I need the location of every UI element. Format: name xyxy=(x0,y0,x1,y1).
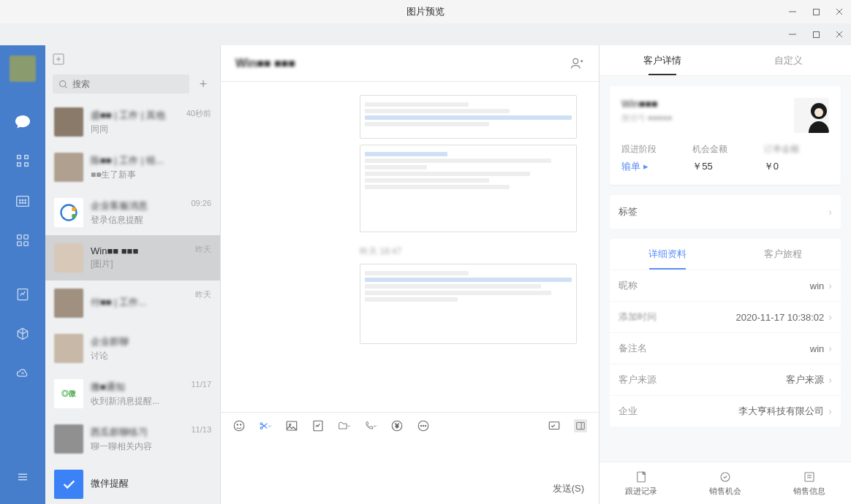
svg-point-15 xyxy=(25,199,26,200)
quickreply-icon[interactable] xyxy=(548,419,561,432)
svg-rect-21 xyxy=(18,242,22,246)
chat-sidebar: + 盛■■ | 工作 | 其他同同40秒前陈■■ | 工作 | 组...■■生了… xyxy=(45,45,221,504)
contacts-icon[interactable] xyxy=(13,152,32,171)
chat-item[interactable]: 企业群聊讨论 xyxy=(45,326,220,371)
add-button[interactable]: + xyxy=(194,75,213,93)
scissors-icon[interactable] xyxy=(259,419,272,432)
svg-rect-10 xyxy=(18,163,21,167)
detail-row[interactable]: 客户来源客户来源 › xyxy=(610,364,841,395)
chat-item[interactable]: Win■■ ■■■[图片]昨天 xyxy=(45,235,220,280)
chat-icon[interactable] xyxy=(13,112,32,131)
svg-point-13 xyxy=(20,199,20,200)
input-toolbar: ¥ xyxy=(221,412,599,438)
search-input[interactable] xyxy=(72,79,184,89)
stage-link[interactable]: 输单 ▸ xyxy=(621,160,687,173)
svg-point-46 xyxy=(290,424,291,425)
customer-card: Win■■■ 微信号 ■■■■■ 跟进阶段 输单 ▸ 机会金额 ￥55 订单金额… xyxy=(610,86,841,185)
chat-title: Win■■ ■■■ xyxy=(235,57,295,70)
message-input[interactable]: 发送(S) xyxy=(221,438,599,504)
add-member-icon[interactable] xyxy=(570,56,584,71)
file-icon[interactable] xyxy=(311,419,325,432)
message-image[interactable] xyxy=(360,145,577,232)
note-icon xyxy=(635,470,648,484)
svg-point-38 xyxy=(234,421,244,431)
inner-window-controls xyxy=(0,23,851,45)
detail-row[interactable]: 备注名win › xyxy=(610,332,841,364)
money-icon[interactable]: ¥ xyxy=(390,419,404,432)
message-image[interactable] xyxy=(360,95,577,139)
window-title: 图片预览 xyxy=(406,5,445,18)
svg-text:¥: ¥ xyxy=(395,423,399,429)
message-image[interactable] xyxy=(360,264,577,344)
bottom-followup[interactable]: 跟进记录 xyxy=(600,462,684,504)
detail-row[interactable]: 昵称win › xyxy=(610,270,841,301)
subtab-journey[interactable]: 客户旅程 xyxy=(725,239,841,270)
chat-item[interactable]: 付■■ | 工作...昨天 xyxy=(45,280,220,326)
tab-custom[interactable]: 自定义 xyxy=(725,45,851,75)
cube-icon[interactable] xyxy=(13,324,32,343)
message-area[interactable]: 昨天 18:47 xyxy=(221,82,599,412)
svg-rect-22 xyxy=(24,242,29,246)
image-icon[interactable] xyxy=(285,419,298,432)
cloud-icon[interactable] xyxy=(13,364,32,383)
menu-icon[interactable] xyxy=(13,467,32,486)
panel-bottom-nav: 跟进记录 销售机会 销售信息 xyxy=(600,462,851,504)
stat-order: 订单金额 ￥0 xyxy=(764,143,829,173)
detail-row[interactable]: 添加时间2020-11-17 10:38:02 › xyxy=(610,301,841,332)
chat-item[interactable]: 企业客服消息登录信息提醒09:26 xyxy=(45,190,220,235)
calendar-icon[interactable] xyxy=(13,191,32,210)
detail-row[interactable]: 企业李大亨科技有限公司 › xyxy=(610,395,841,427)
timestamp-label: 昨天 18:47 xyxy=(360,245,577,258)
minimize-icon[interactable] xyxy=(781,23,804,45)
tab-customer-detail[interactable]: 客户详情 xyxy=(600,45,725,75)
bottom-sales[interactable]: 销售信息 xyxy=(767,462,851,504)
bottom-opportunity[interactable]: 销售机会 xyxy=(684,462,768,504)
panel-toggle-icon[interactable] xyxy=(574,419,587,432)
chat-header: Win■■ ■■■ xyxy=(221,45,599,82)
svg-rect-8 xyxy=(18,156,21,159)
sales-icon xyxy=(803,470,816,484)
svg-point-16 xyxy=(20,202,20,203)
customer-panel: 客户详情 自定义 Win■■■ 微信号 ■■■■■ 跟进阶段 输单 ▸ 机会金额… xyxy=(600,45,851,504)
labels-row[interactable]: 标签 › xyxy=(610,195,841,229)
emoji-icon[interactable] xyxy=(232,419,246,432)
my-avatar[interactable] xyxy=(10,56,36,82)
svg-line-31 xyxy=(65,85,67,87)
svg-rect-62 xyxy=(805,473,814,481)
close-icon[interactable] xyxy=(828,23,851,45)
chat-item[interactable]: 盛■■ | 工作 | 其他同同40秒前 xyxy=(45,99,220,145)
svg-point-35 xyxy=(573,58,578,64)
apps-icon[interactable] xyxy=(13,231,32,250)
chat-item[interactable]: 陈■■ | 工作 | 组...■■生了新事 xyxy=(45,145,220,190)
customer-avatar xyxy=(794,98,829,133)
chat-item[interactable]: ◎微微■通知收到新消息提醒...11/17 xyxy=(45,371,220,416)
maximize-icon[interactable] xyxy=(804,0,828,23)
doc-icon[interactable] xyxy=(13,285,32,304)
subtab-details[interactable]: 详细资料 xyxy=(610,239,725,270)
chevron-right-icon: › xyxy=(828,206,832,218)
svg-point-51 xyxy=(420,425,421,426)
svg-point-14 xyxy=(22,199,23,200)
maximize-icon[interactable] xyxy=(804,23,828,45)
svg-point-53 xyxy=(425,425,426,426)
send-button[interactable]: 发送(S) xyxy=(553,482,584,495)
chat-list: 盛■■ | 工作 | 其他同同40秒前陈■■ | 工作 | 组...■■生了新事… xyxy=(45,99,220,504)
svg-point-42 xyxy=(260,427,262,429)
detail-list: 昵称win ›添加时间2020-11-17 10:38:02 ›备注名win ›… xyxy=(610,270,841,427)
left-nav xyxy=(0,45,45,504)
more-icon[interactable] xyxy=(417,419,430,432)
phone-icon[interactable] xyxy=(364,419,377,432)
customer-sub: 微信号 ■■■■■ xyxy=(621,112,785,123)
svg-rect-5 xyxy=(813,31,819,37)
panel-tabs: 客户详情 自定义 xyxy=(600,45,851,76)
folder-icon[interactable] xyxy=(338,419,351,432)
new-tab-icon[interactable] xyxy=(53,53,66,66)
close-icon[interactable] xyxy=(828,0,851,23)
chat-item[interactable]: 微伴提醒 xyxy=(45,462,220,504)
chat-item[interactable]: 西瓜群聊练习聊一聊相关内容11/13 xyxy=(45,416,220,462)
minimize-icon[interactable] xyxy=(781,0,804,23)
search-box[interactable] xyxy=(53,75,189,93)
svg-point-40 xyxy=(241,424,241,424)
search-icon xyxy=(58,80,68,89)
svg-rect-11 xyxy=(25,163,29,167)
